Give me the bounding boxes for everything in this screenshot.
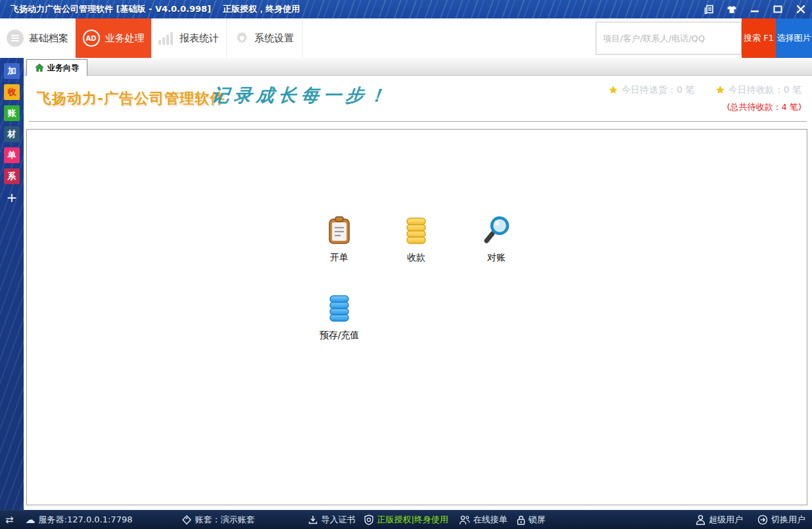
star-icon: ★ (715, 84, 725, 96)
online-orders[interactable]: 在线接单 (459, 514, 508, 526)
left-sidebar: 加 收 账 材 单 系 + (0, 58, 24, 510)
maximize-icon[interactable] (771, 2, 785, 16)
wizard-item-reconcile[interactable]: 对账 (467, 215, 526, 264)
sidebar-item-material[interactable]: 材 (4, 126, 20, 142)
shield-icon (364, 515, 373, 525)
stats-block: ★ 今日待送货：0 笔 ★ 今日待收款：0 笔 (总共待收款：4 笔) (609, 84, 801, 113)
content-header: 飞扬动力-广告公司管理软件 记录成长每一步！ ★ 今日待送货：0 笔 ★ 今日待… (29, 76, 807, 122)
tab-bar: 业务向导 (24, 58, 812, 76)
magnifier-icon (481, 215, 512, 245)
nav-label: 系统设置 (254, 32, 294, 45)
account-set: 账套：演示账套 (182, 514, 254, 526)
skin-shirt-icon[interactable] (725, 2, 739, 16)
current-user[interactable]: 超级用户 (696, 514, 743, 526)
titlebar: 飞扬动力广告公司管理软件 [基础版 - V4.0.0.998] 正版授权，终身使… (0, 0, 812, 18)
tab-business-wizard[interactable]: 业务向导 (26, 59, 87, 76)
slogan-text: 记录成长每一步！ (210, 84, 392, 107)
wizard-item-receive-payment[interactable]: 收款 (387, 215, 446, 264)
home-icon (35, 63, 44, 72)
search-zone: 搜索 F1 选择图片 (596, 18, 812, 58)
search-button[interactable]: 搜索 F1 (742, 18, 776, 58)
switch-user[interactable]: 切换用户 (757, 514, 805, 526)
sidebar-item-system[interactable]: 系 (4, 168, 20, 184)
bar-chart-icon (158, 32, 174, 45)
sidebar-item-add[interactable]: 加 (4, 63, 20, 79)
wizard-item-create-order[interactable]: 开单 (310, 215, 369, 264)
sidebar-item-plus[interactable]: + (4, 189, 20, 205)
download-icon (308, 515, 318, 524)
minimize-icon[interactable] (748, 2, 762, 16)
copy-window-icon[interactable] (702, 2, 716, 16)
wizard-label: 预存/充值 (310, 330, 369, 341)
gear-icon (235, 31, 249, 45)
nav-basic-archives[interactable]: 基础档案 (0, 18, 76, 58)
wizard-item-prepay-recharge[interactable]: 预存/充值 (310, 293, 369, 341)
cloud-icon: ☁ (26, 515, 36, 525)
nav-business-processing[interactable]: AD 业务处理 (76, 18, 151, 58)
window-title: 飞扬动力广告公司管理软件 [基础版 - V4.0.0.998] 正版授权，终身使… (0, 3, 300, 15)
people-icon (459, 515, 470, 525)
list-circle-icon (7, 30, 24, 47)
ad-circle-icon: AD (83, 30, 100, 47)
star-icon: ★ (609, 84, 618, 96)
import-certificate[interactable]: 导入证书 (308, 514, 355, 526)
arrow-circle-icon (757, 515, 768, 525)
close-icon[interactable] (794, 2, 808, 16)
lock-screen[interactable]: 锁屏 (517, 514, 546, 526)
app-window: 飞扬动力广告公司管理软件 [基础版 - V4.0.0.998] 正版授权，终身使… (0, 0, 812, 529)
pick-image-button[interactable]: 选择图片 (776, 18, 812, 58)
blue-coins-icon (324, 293, 354, 323)
nav-label: 基础档案 (29, 32, 68, 45)
status-bar: ⇄ ☁ 服务器:127.0.0.1:7798 账套：演示账套 导入证书 正版授权… (0, 510, 812, 529)
wizard-panel: 开单 收款 (26, 129, 807, 505)
license-status: 正版授权|终身使用 (364, 514, 448, 526)
nav-label: 业务处理 (105, 32, 145, 45)
sidebar-item-account[interactable]: 账 (4, 105, 20, 121)
main-area: 业务向导 飞扬动力-广告公司管理软件 记录成长每一步！ ★ 今日待送货：0 笔 … (24, 58, 812, 510)
app-logo-text: 飞扬动力-广告公司管理软件 (37, 89, 225, 109)
tag-icon (182, 515, 191, 525)
tab-label: 业务向导 (47, 63, 79, 74)
window-controls (702, 0, 808, 18)
user-icon (696, 515, 705, 525)
nav-system-settings[interactable]: 系统设置 (227, 18, 302, 58)
nav-label: 报表统计 (179, 32, 219, 45)
stat-today-receivable: ★ 今日待收款：0 笔 (715, 84, 801, 96)
sync-arrows-icon[interactable]: ⇄ (5, 515, 14, 525)
wizard-label: 收款 (387, 252, 446, 264)
clipboard-icon (324, 215, 354, 245)
total-pending-receivable: (总共待收款：4 笔) (609, 101, 801, 113)
wizard-label: 对账 (467, 252, 526, 264)
lock-icon (517, 515, 525, 525)
gold-coins-icon (401, 215, 431, 245)
wizard-label: 开单 (310, 252, 369, 264)
sidebar-item-order[interactable]: 单 (4, 147, 20, 163)
sidebar-item-receive[interactable]: 收 (4, 84, 20, 100)
nav-report-statistics[interactable]: 报表统计 (151, 18, 227, 58)
server-status: ☁ 服务器:127.0.0.1:7798 (26, 514, 133, 526)
search-input[interactable] (596, 22, 742, 55)
stat-today-delivery: ★ 今日待送货：0 笔 (609, 84, 695, 96)
